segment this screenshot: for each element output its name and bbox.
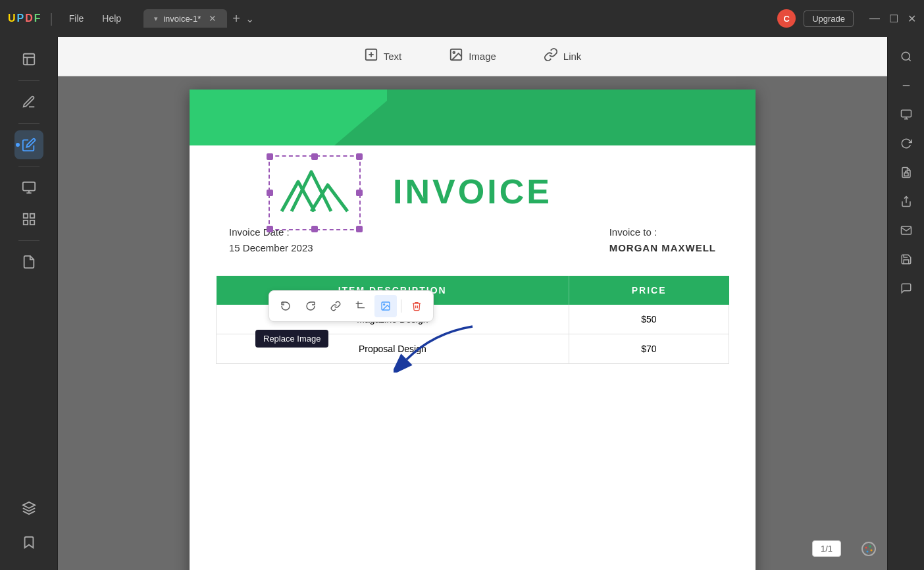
image-tool-button[interactable]: Image bbox=[441, 43, 504, 69]
right-sidebar bbox=[887, 37, 924, 570]
center-panel: Text Image bbox=[58, 37, 887, 570]
title-bar-divider: | bbox=[50, 11, 53, 26]
title-bar: UPDF | File Help ▾ invoice-1* ✕ + ⌄ C Up… bbox=[0, 0, 924, 37]
search-right-icon[interactable] bbox=[894, 45, 918, 68]
sidebar-divider-4 bbox=[18, 240, 39, 241]
share-icon[interactable] bbox=[894, 190, 918, 213]
maximize-button[interactable]: ☐ bbox=[889, 13, 898, 25]
image-toolbar bbox=[269, 290, 434, 322]
minimize-button[interactable]: — bbox=[869, 13, 880, 25]
svg-rect-6 bbox=[23, 214, 27, 218]
tab-dropdown-icon[interactable]: ▾ bbox=[154, 14, 158, 23]
sidebar-item-layers[interactable] bbox=[14, 494, 43, 523]
tab-close-icon[interactable]: ✕ bbox=[209, 13, 217, 24]
page-number: 1/1 bbox=[812, 540, 841, 557]
sidebar-item-bookmark[interactable] bbox=[14, 528, 43, 557]
invoice-date-value: 15 December 2023 bbox=[229, 240, 313, 256]
active-tab[interactable]: ▾ invoice-1* ✕ bbox=[143, 9, 227, 28]
pdf-document: Replace Image INVOICE bbox=[190, 90, 756, 570]
ocr-right-icon[interactable] bbox=[894, 103, 918, 126]
file-protect-icon[interactable] bbox=[894, 161, 918, 184]
link-icon bbox=[544, 47, 558, 65]
handle-bottom-middle[interactable] bbox=[311, 226, 318, 232]
app-logo: UPDF bbox=[8, 13, 41, 24]
svg-rect-8 bbox=[30, 220, 34, 224]
rotate-left-button[interactable] bbox=[274, 295, 297, 317]
menu-help[interactable]: Help bbox=[95, 11, 128, 26]
menu-file[interactable]: File bbox=[63, 11, 91, 26]
toolbar-separator bbox=[401, 299, 401, 313]
sidebar-divider-2 bbox=[18, 123, 39, 124]
svg-rect-31 bbox=[904, 173, 908, 176]
link-tool-button[interactable]: Link bbox=[536, 43, 590, 69]
svg-rect-9 bbox=[23, 220, 27, 224]
tab-area: ▾ invoice-1* ✕ + ⌄ bbox=[143, 9, 772, 28]
palette-icon[interactable] bbox=[861, 541, 877, 561]
header-triangle-right bbox=[387, 90, 756, 145]
window-controls: — ☐ ✕ bbox=[869, 13, 916, 25]
handle-middle-left[interactable] bbox=[267, 190, 273, 196]
sidebar-item-reader[interactable] bbox=[14, 45, 43, 74]
rotate-right-button[interactable] bbox=[299, 295, 322, 317]
svg-point-15 bbox=[453, 51, 455, 53]
image-tool-label: Image bbox=[469, 51, 496, 62]
tab-add-icon[interactable]: + bbox=[232, 11, 240, 26]
tab-more-icon[interactable]: ⌄ bbox=[245, 13, 254, 25]
handle-top-left[interactable] bbox=[267, 153, 273, 160]
save-icon[interactable] bbox=[894, 247, 918, 271]
handle-top-right[interactable] bbox=[356, 153, 363, 160]
invoice-to-section: Invoice to : MORGAN MAXWELL bbox=[609, 224, 716, 256]
logo-selection-box bbox=[269, 155, 361, 230]
svg-point-23 bbox=[871, 550, 873, 552]
col-price-header: PRICE bbox=[569, 276, 729, 305]
mountain-logo bbox=[275, 162, 354, 224]
svg-rect-0 bbox=[23, 54, 34, 65]
avatar: C bbox=[777, 9, 796, 28]
logo-container[interactable] bbox=[269, 155, 361, 230]
rotate-right-icon[interactable] bbox=[894, 132, 918, 155]
active-indicator bbox=[16, 143, 20, 147]
svg-line-26 bbox=[908, 59, 910, 61]
svg-rect-28 bbox=[901, 110, 911, 117]
minimize-right-icon[interactable] bbox=[894, 74, 918, 97]
sidebar-item-organize[interactable] bbox=[14, 173, 43, 202]
sidebar-bottom bbox=[14, 494, 43, 562]
main-layout: Text Image bbox=[0, 37, 924, 570]
sidebar-item-layout[interactable] bbox=[14, 205, 43, 234]
tab-title: invoice-1* bbox=[163, 14, 201, 24]
sidebar-divider-1 bbox=[18, 80, 39, 81]
handle-top-middle[interactable] bbox=[311, 153, 318, 160]
row2-price: $70 bbox=[569, 334, 729, 364]
upgrade-button[interactable]: Upgrade bbox=[804, 11, 854, 27]
handle-bottom-left[interactable] bbox=[267, 226, 273, 232]
sidebar-item-annotate[interactable] bbox=[14, 88, 43, 117]
link-image-button[interactable] bbox=[324, 295, 347, 317]
close-button[interactable]: ✕ bbox=[908, 13, 916, 25]
svg-point-18 bbox=[384, 304, 385, 305]
handle-bottom-right[interactable] bbox=[356, 226, 363, 232]
invoice-header bbox=[190, 90, 756, 145]
svg-point-24 bbox=[867, 551, 869, 553]
replace-image-tooltip: Replace Image bbox=[255, 330, 328, 348]
top-toolbar: Text Image bbox=[58, 37, 887, 76]
svg-rect-7 bbox=[30, 214, 34, 218]
image-icon bbox=[449, 47, 463, 65]
svg-point-20 bbox=[862, 542, 875, 556]
left-sidebar bbox=[0, 37, 58, 570]
sidebar-item-pages[interactable] bbox=[14, 247, 43, 276]
text-tool-button[interactable]: Text bbox=[356, 43, 410, 69]
comment-icon[interactable] bbox=[894, 276, 918, 300]
handle-middle-right[interactable] bbox=[356, 190, 363, 196]
sidebar-item-edit[interactable] bbox=[14, 130, 43, 159]
mail-icon[interactable] bbox=[894, 219, 918, 242]
delete-image-button[interactable] bbox=[405, 295, 428, 317]
text-icon bbox=[364, 47, 378, 65]
invoice-to-label: Invoice to : bbox=[609, 224, 716, 240]
replace-image-button[interactable] bbox=[374, 295, 397, 317]
invoice-to-value: MORGAN MAXWELL bbox=[609, 240, 716, 256]
content-area: Replace Image INVOICE bbox=[58, 76, 887, 570]
svg-point-21 bbox=[865, 547, 867, 549]
svg-point-25 bbox=[902, 52, 910, 60]
crop-button[interactable] bbox=[349, 295, 372, 317]
text-tool-label: Text bbox=[384, 51, 402, 62]
